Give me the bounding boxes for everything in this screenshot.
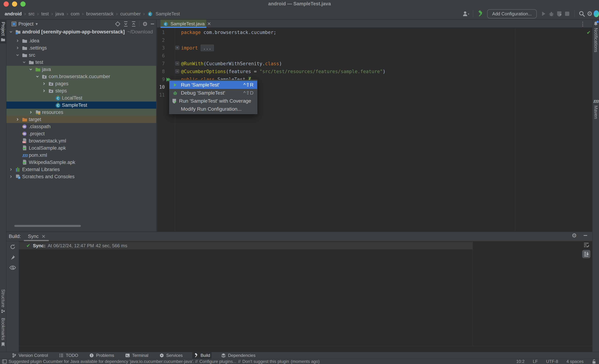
tree-row-localtest[interactable]: C LocalTest: [6, 94, 157, 102]
toolbar-item-dependencies[interactable]: Dependencies: [220, 352, 257, 359]
folded-imports[interactable]: ...: [201, 45, 214, 51]
menu-item-run-with-coverage[interactable]: Run 'SampleTest' with Coverage: [169, 97, 257, 105]
build-split-divider[interactable]: [473, 241, 473, 346]
project-options-gear-icon[interactable]: ⚙: [142, 21, 148, 27]
tree-row-target[interactable]: target: [6, 116, 157, 123]
stripe-maven-button[interactable]: m Maven: [593, 98, 599, 119]
stripe-bookmarks-button[interactable]: Bookmarks: [0, 318, 6, 347]
chevron-expanded-icon[interactable]: [29, 67, 35, 71]
toolbar-item-todo[interactable]: TODO: [58, 352, 80, 359]
fold-expand-icon[interactable]: +: [175, 46, 179, 50]
chevron-expanded-icon[interactable]: [35, 74, 42, 79]
build-project-icon[interactable]: [476, 10, 484, 18]
chevron-collapsed-icon[interactable]: [9, 174, 15, 179]
line-ending[interactable]: LF: [533, 359, 538, 364]
close-tab-icon[interactable]: ✕: [207, 21, 211, 27]
breadcrumb-com[interactable]: com: [71, 11, 79, 17]
search-everywhere-icon[interactable]: [578, 10, 586, 18]
chevron-collapsed-icon[interactable]: [42, 82, 48, 86]
tab-sampletest-java[interactable]: C SampleTest.java ✕: [160, 20, 206, 28]
resync-icon[interactable]: [10, 244, 16, 250]
hide-panel-icon[interactable]: [583, 233, 588, 238]
build-options-gear-icon[interactable]: ⚙: [572, 233, 577, 238]
breadcrumb-cucumber[interactable]: cucumber: [120, 11, 141, 17]
breadcrumb-test[interactable]: test: [41, 11, 49, 17]
breadcrumb-sampletest[interactable]: SampleTest: [156, 11, 180, 17]
expand-all-icon[interactable]: [123, 21, 128, 27]
user-account-icon[interactable]: [462, 10, 470, 18]
soft-wrap-icon[interactable]: [583, 242, 590, 248]
tree-row-project-file[interactable]: .project: [6, 130, 157, 137]
build-sync-row[interactable]: ✔ Sync: At 06/12/24, 12:47 PM 42 sec, 56…: [19, 242, 473, 249]
fold-collapse-icon[interactable]: −: [175, 61, 179, 65]
tree-row-settings[interactable]: .settings: [6, 44, 157, 52]
toolbar-item-services[interactable]: Services: [158, 352, 184, 359]
hide-panel-icon[interactable]: [150, 22, 155, 26]
toolbar-item-terminal[interactable]: Terminal: [124, 352, 150, 359]
dont-suggest-plugin-link[interactable]: Don't suggest this plugin: [242, 359, 289, 364]
tree-row-idea[interactable]: .idea: [6, 37, 157, 44]
chevron-expanded-icon[interactable]: [9, 30, 15, 34]
fold-collapse-icon[interactable]: −: [175, 69, 179, 73]
scroll-to-end-button[interactable]: [582, 250, 590, 258]
chevron-collapsed-icon[interactable]: [15, 46, 22, 50]
settings-gear-icon[interactable]: ⚙: [586, 10, 594, 18]
chevron-down-icon[interactable]: ▾: [35, 21, 38, 26]
code-line-3[interactable]: import ...: [181, 44, 214, 52]
inspections-ok-icon[interactable]: ✔: [587, 30, 591, 35]
tree-row-sampletest-selected[interactable]: C SampleTest: [6, 102, 157, 109]
tree-row-scratches[interactable]: Scratches and Consoles: [6, 173, 157, 180]
configure-plugins-link[interactable]: Configure plugins...: [199, 359, 236, 364]
horizontal-scrollbar[interactable]: [14, 225, 81, 227]
tree-row-package[interactable]: com.browserstack.cucumber: [6, 73, 157, 80]
tree-row-pom-xml[interactable]: m pom.xml: [6, 152, 157, 159]
caret-position[interactable]: 10:2: [516, 359, 525, 364]
window-layout-icon[interactable]: [2, 359, 7, 364]
stripe-project-button[interactable]: Project: [0, 20, 6, 44]
chevron-expanded-icon[interactable]: [15, 53, 22, 57]
code-line-1[interactable]: package com.browserstack.cucumber;: [181, 28, 276, 36]
tree-row-test[interactable]: test: [6, 59, 157, 66]
code-line-8[interactable]: @CucumberOptions(features = "src/test/re…: [181, 68, 386, 75]
tree-row-external-libraries[interactable]: External Libraries: [6, 166, 157, 173]
tree-row-wikipediasample-apk[interactable]: WikipediaSample.apk: [6, 159, 157, 166]
menu-item-debug[interactable]: Debug 'SampleTest' ^⇧D: [169, 89, 257, 97]
tree-row-android-root[interactable]: android [serenity-appium-app-browserstac…: [6, 28, 157, 35]
close-tab-icon[interactable]: ✕: [42, 234, 46, 239]
collapse-all-icon[interactable]: [131, 21, 136, 27]
tree-row-classpath[interactable]: .classpath: [6, 123, 157, 130]
stripe-structure-button[interactable]: Structure: [0, 289, 6, 313]
editor-options-kebab-icon[interactable]: ⋮: [580, 21, 585, 27]
indent-setting[interactable]: 4 spaces: [566, 359, 584, 364]
tree-row-browserstack-yml[interactable]: YML browserstack.yml: [6, 137, 157, 144]
build-tab-sync[interactable]: Sync ✕: [28, 234, 46, 239]
toolbar-item-problems[interactable]: Problems: [88, 352, 115, 359]
breadcrumb-browserstack[interactable]: browserstack: [86, 11, 114, 17]
menu-item-modify-run-configuration[interactable]: Modify Run Configuration...: [169, 105, 257, 113]
code-line-7[interactable]: @RunWith(CucumberWithSerenity.class): [181, 60, 282, 68]
encoding[interactable]: UTF-8: [546, 359, 558, 364]
breadcrumb-java[interactable]: java: [55, 11, 64, 17]
tree-row-localsample-apk[interactable]: LocalSample.apk: [6, 144, 157, 152]
toolbar-item-version-control[interactable]: Version Control: [10, 352, 49, 359]
chevron-collapsed-icon[interactable]: [42, 89, 48, 93]
tree-row-resources[interactable]: resources: [6, 109, 157, 116]
view-options-eye-icon[interactable]: [9, 265, 16, 270]
project-panel-title[interactable]: Project: [18, 21, 34, 27]
breadcrumb-src[interactable]: src: [28, 11, 35, 17]
chevron-collapsed-icon[interactable]: [15, 117, 22, 121]
code-with-me-avatar-icon[interactable]: [594, 10, 599, 18]
tree-row-steps[interactable]: steps: [6, 87, 157, 94]
tree-row-pages[interactable]: pages: [6, 80, 157, 87]
locate-file-icon[interactable]: [115, 21, 121, 27]
stripe-notifications-button[interactable]: Notifications: [593, 21, 599, 52]
chevron-collapsed-icon[interactable]: [15, 39, 22, 43]
chevron-collapsed-icon[interactable]: [29, 110, 35, 114]
add-configuration-button[interactable]: Add Configuration...: [487, 9, 537, 18]
toolbar-item-build-active[interactable]: Build: [192, 352, 211, 359]
tree-row-src[interactable]: src: [6, 52, 157, 59]
breadcrumb-android[interactable]: android: [5, 11, 22, 17]
unlocked-padlock-icon[interactable]: [592, 359, 596, 364]
menu-item-run[interactable]: Run 'SampleTest' ^⇧R: [169, 81, 257, 89]
pin-icon[interactable]: [10, 255, 16, 260]
